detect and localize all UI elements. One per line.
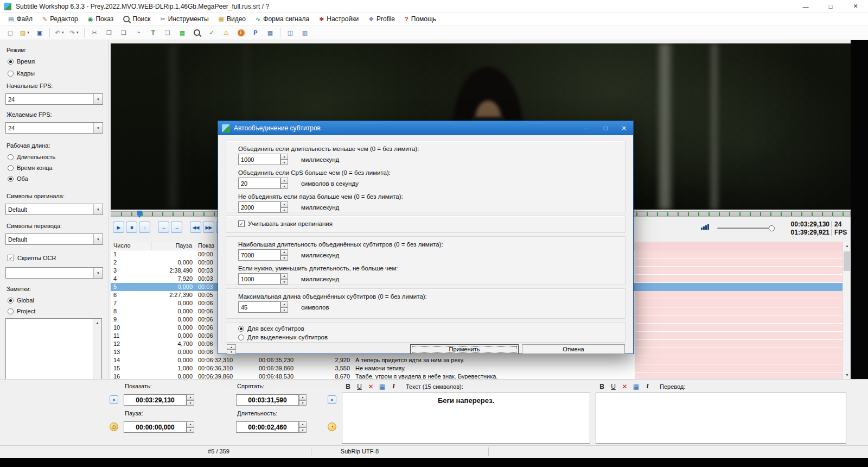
bold-button[interactable]: B	[597, 381, 607, 392]
chevron-down-icon[interactable]: ▼	[76, 31, 79, 34]
spin-up-icon[interactable]: ▲	[227, 344, 236, 350]
spin-down-icon[interactable]: ▼	[280, 279, 288, 285]
close-button[interactable]: ✕	[843, 0, 868, 13]
show-time-input[interactable]	[124, 394, 187, 406]
dialog-field-input[interactable]	[238, 178, 280, 189]
spin-down-icon[interactable]: ▼	[299, 400, 307, 406]
scope-all-radio[interactable]: Для всех субтитров	[226, 324, 625, 333]
clear-format-button[interactable]: ✕	[366, 381, 376, 392]
spin-down-icon[interactable]: ▼	[280, 255, 288, 261]
dialog-field-spinner[interactable]: ▲▼	[280, 249, 288, 261]
dialog-spinner[interactable]: ▲▼	[227, 344, 236, 355]
spin-down-icon[interactable]: ▼	[280, 160, 288, 166]
menu-item-video[interactable]: ▦Видео	[214, 13, 251, 25]
menu-item-file[interactable]: ▤Файл	[3, 13, 37, 25]
bold-button[interactable]: B	[343, 381, 353, 392]
spin-up-icon[interactable]: ▲	[280, 273, 288, 279]
prev-subtitle-button[interactable]: ◀◀	[190, 222, 201, 233]
scroll-down-icon[interactable]: ▼	[843, 371, 851, 379]
spin-down-icon[interactable]: ▼	[280, 207, 288, 213]
menu-item-editor[interactable]: ✎Редактор	[37, 13, 83, 25]
spin-up-icon[interactable]: ▲	[299, 421, 307, 427]
column-header-translation[interactable]	[635, 242, 843, 250]
new-file-button[interactable]: ▢	[3, 26, 17, 39]
work-both-radio[interactable]: Оба	[8, 175, 28, 182]
forward-button[interactable]: →	[171, 222, 182, 233]
spin-up-icon[interactable]: ▲	[280, 301, 288, 307]
spin-up-icon[interactable]: ▲	[280, 154, 288, 160]
punctuation-checkbox[interactable]: ✓ Учитывать знаки препинания	[226, 216, 625, 227]
menu-item-search[interactable]: Поиск	[118, 13, 155, 25]
menu-item-view[interactable]: ◉Показ	[83, 13, 118, 25]
charset-original-select[interactable]: Default ▼	[5, 204, 103, 215]
underline-button[interactable]: U	[608, 381, 618, 392]
mode-time-radio[interactable]: Время	[8, 58, 35, 65]
hide-time-field[interactable]: ▲▼	[236, 394, 307, 406]
charset-translation-select[interactable]: Default ▼	[5, 234, 103, 245]
duration-time-spinner[interactable]: ▲▼	[299, 421, 307, 433]
duration-clock-icon[interactable]: ◔	[328, 422, 336, 431]
note-button[interactable]: ❑	[161, 26, 175, 39]
color-button[interactable]: ▦	[377, 381, 387, 392]
pause-time-field[interactable]: ▲▼	[124, 421, 194, 433]
ocr-script-select[interactable]: ▼	[5, 267, 103, 279]
dialog-field-spinner[interactable]: ▲▼	[280, 273, 288, 285]
cancel-button[interactable]: Отмена	[522, 344, 625, 354]
chevron-down-icon[interactable]: ▼	[93, 123, 103, 133]
back-button[interactable]: ←	[158, 222, 169, 233]
mode-frames-radio[interactable]: Кадры	[8, 70, 35, 77]
redo-button[interactable]: ↷▼	[67, 26, 81, 39]
clear-format-button[interactable]: ✕	[620, 381, 630, 392]
volume-knob[interactable]	[769, 225, 775, 231]
target-fps-select[interactable]: 24 ▼	[5, 122, 103, 134]
scrollbar-thumb[interactable]	[844, 251, 850, 271]
style-button[interactable]: T	[146, 26, 160, 39]
dialog-field-spinner[interactable]: ▲▼	[280, 178, 288, 189]
undo-button[interactable]: ↶▼	[53, 26, 67, 39]
menu-item-profile[interactable]: ❖Profile	[363, 13, 400, 25]
spin-down-icon[interactable]: ▼	[299, 427, 307, 433]
scroll-up-icon[interactable]: ▲	[93, 319, 101, 327]
column-header[interactable]: Пауза	[152, 242, 195, 250]
dialog-field-input[interactable]	[238, 301, 280, 313]
ocr-button[interactable]: ◫	[283, 26, 297, 39]
subtitle-text-area[interactable]: Беги наперерез.	[342, 393, 590, 444]
copy-button[interactable]: ❐	[102, 26, 116, 39]
translate-button[interactable]: ▦	[175, 26, 189, 39]
grid-button[interactable]: ▦	[263, 26, 277, 39]
notes-global-radio[interactable]: Global	[8, 296, 34, 304]
info-button[interactable]: i	[234, 26, 248, 39]
show-time-spinner[interactable]: ▲▼	[187, 394, 194, 406]
dialog-minimize-button[interactable]: —	[578, 121, 596, 135]
scroll-to-current-button[interactable]: ↓	[139, 222, 150, 233]
window-titlebar[interactable]: Subtitle Workshop 6.3.3 - Prey.2022.MVO.…	[0, 0, 868, 13]
chevron-down-icon[interactable]: ▼	[93, 234, 103, 244]
chevron-down-icon[interactable]: ▼	[27, 31, 30, 34]
playback-position-marker[interactable]	[137, 211, 142, 218]
menu-item-help[interactable]: ?Помощь	[400, 13, 441, 25]
notes-project-radio[interactable]: Project	[8, 307, 35, 315]
italic-button[interactable]: I	[388, 381, 399, 392]
work-endtime-radio[interactable]: Время конца	[8, 164, 53, 172]
chevron-down-icon[interactable]: ▼	[93, 268, 103, 278]
menu-item-waveform[interactable]: ∿Форма сигнала	[251, 13, 314, 25]
translation-text-area[interactable]	[596, 393, 846, 444]
dialog-maximize-button[interactable]: □	[596, 121, 615, 135]
pascal-button[interactable]: P	[248, 26, 263, 39]
work-duration-radio[interactable]: Длительность	[8, 153, 55, 161]
chevron-down-icon[interactable]: ▼	[93, 204, 103, 214]
hide-time-spinner[interactable]: ▲▼	[299, 394, 307, 406]
dialog-field-spinner[interactable]: ▲▼	[280, 201, 288, 213]
maximize-button[interactable]: □	[818, 0, 843, 13]
pause-time-spinner[interactable]: ▲▼	[187, 421, 194, 433]
italic-button[interactable]: I	[642, 381, 653, 392]
duration-time-field[interactable]: ▲▼	[236, 421, 307, 433]
spellcheck-button[interactable]: ✓	[205, 26, 219, 39]
show-time-field[interactable]: ▲▼	[124, 394, 194, 406]
paste-button[interactable]: ❏	[117, 26, 131, 39]
spin-up-icon[interactable]: ▲	[280, 249, 288, 255]
spin-down-icon[interactable]: ▼	[280, 184, 288, 190]
underline-button[interactable]: U	[354, 381, 365, 392]
minimize-button[interactable]: —	[793, 0, 818, 13]
input-fps-select[interactable]: 24 ▼	[5, 93, 103, 105]
